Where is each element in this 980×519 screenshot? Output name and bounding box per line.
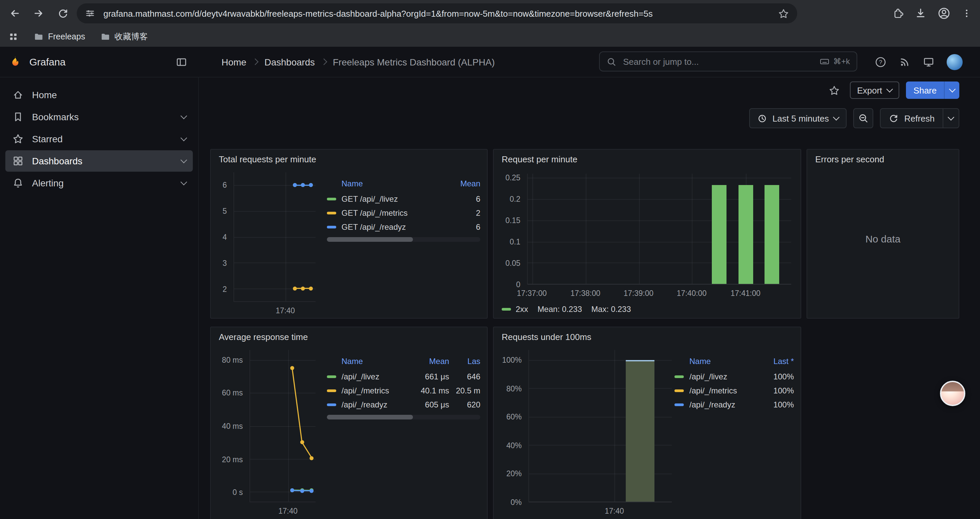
- chart-bar[interactable]: [765, 185, 779, 284]
- plot-area[interactable]: [250, 350, 316, 502]
- legend: NameLast */api/_/livez100%/api/_/metrics…: [675, 355, 794, 412]
- dock-panel-icon: [175, 56, 188, 68]
- y-axis-label: 4: [223, 233, 227, 241]
- chevron-down-icon[interactable]: [180, 179, 187, 185]
- chevron-down-icon[interactable]: [180, 156, 187, 163]
- share-menu-caret[interactable]: [944, 81, 959, 99]
- data-point[interactable]: [293, 184, 296, 187]
- data-point[interactable]: [301, 286, 305, 290]
- browser-menu-icon[interactable]: [961, 8, 972, 19]
- breadcrumb-dashboards[interactable]: Dashboards: [264, 56, 315, 67]
- scrollbar-thumb[interactable]: [327, 237, 413, 242]
- browser-profile-icon[interactable]: [937, 7, 951, 20]
- legend-column-header[interactable]: Las: [449, 355, 480, 369]
- series-name[interactable]: GET /api/_/metrics: [342, 208, 407, 217]
- legend-scrollbar[interactable]: [327, 415, 480, 420]
- bookmark-item[interactable]: 收藏博客: [94, 29, 153, 45]
- chart-bar[interactable]: [712, 185, 726, 284]
- user-avatar[interactable]: [947, 54, 963, 70]
- panel-title-bar[interactable]: Errors per second: [807, 150, 959, 168]
- time-range-picker[interactable]: Last 5 minutes: [749, 108, 847, 128]
- share-button-label[interactable]: Share: [906, 81, 944, 99]
- bookmark-label: Freeleaps: [48, 32, 85, 42]
- chevron-right-icon: [252, 58, 259, 65]
- scrollbar-thumb[interactable]: [327, 415, 413, 420]
- bookmark-star-icon[interactable]: [778, 8, 789, 19]
- series-name[interactable]: /api/_/readyz: [689, 400, 735, 409]
- data-point[interactable]: [300, 489, 304, 493]
- export-button[interactable]: Export: [850, 81, 899, 99]
- chart-bar[interactable]: [738, 185, 753, 284]
- grafana-logo[interactable]: [8, 54, 23, 69]
- data-point[interactable]: [310, 489, 314, 493]
- legend-column-header[interactable]: Last *: [767, 355, 794, 369]
- legend-scrollbar[interactable]: [327, 237, 480, 242]
- data-point[interactable]: [290, 489, 294, 493]
- forward-button[interactable]: [29, 4, 48, 23]
- legend-column-header[interactable]: Mean: [414, 355, 449, 369]
- zoom-out-button[interactable]: [854, 108, 873, 128]
- y-axis-label: 100%: [502, 356, 522, 364]
- back-button[interactable]: [5, 4, 24, 23]
- apps-grid-icon[interactable]: [8, 31, 19, 42]
- sidebar-item-dashboards[interactable]: Dashboards: [5, 150, 193, 172]
- favorite-star-button[interactable]: [826, 81, 843, 99]
- series-name[interactable]: /api/_/readyz: [342, 400, 387, 409]
- mega-menu-toggle[interactable]: [172, 53, 191, 72]
- sidebar-item-alerting[interactable]: Alerting: [5, 172, 193, 194]
- grafana-brand[interactable]: Grafana: [29, 56, 65, 67]
- help-icon[interactable]: ?: [875, 56, 886, 68]
- panel-title-bar[interactable]: Average response time: [211, 327, 487, 346]
- data-point[interactable]: [309, 286, 313, 290]
- reload-button[interactable]: [53, 4, 72, 23]
- legend-series[interactable]: 2xx: [502, 305, 528, 314]
- series-name[interactable]: /api/_/metrics: [342, 386, 389, 395]
- plot-area[interactable]: [234, 172, 316, 302]
- line-series: [234, 172, 316, 301]
- rss-icon[interactable]: [899, 56, 911, 68]
- series-name[interactable]: /api/_/livez: [342, 372, 379, 381]
- chevron-down-icon[interactable]: [180, 134, 187, 141]
- series-name[interactable]: GET /api/_/readyz: [342, 222, 406, 232]
- share-button[interactable]: Share: [906, 81, 959, 99]
- sidebar-item-bookmarks[interactable]: Bookmarks: [5, 106, 193, 128]
- legend-column-header[interactable]: Name: [327, 178, 453, 192]
- refresh-button[interactable]: Refresh: [881, 109, 943, 128]
- data-point[interactable]: [309, 184, 313, 187]
- sidebar-item-home[interactable]: Home: [5, 84, 193, 105]
- plot-area[interactable]: [528, 350, 672, 502]
- refresh-interval-caret[interactable]: [943, 109, 959, 128]
- data-point[interactable]: [300, 440, 304, 444]
- plot-area[interactable]: [527, 174, 791, 284]
- downloads-icon[interactable]: [915, 7, 927, 19]
- data-point[interactable]: [293, 286, 296, 290]
- breadcrumb-home[interactable]: Home: [221, 56, 247, 67]
- series-name[interactable]: /api/_/metrics: [689, 386, 737, 395]
- series-name[interactable]: GET /api/_/livez: [342, 194, 398, 203]
- monitor-icon[interactable]: [923, 56, 935, 68]
- legend-column-header[interactable]: Name: [327, 355, 414, 369]
- data-point[interactable]: [301, 184, 305, 187]
- sidebar-item-label: Dashboards: [32, 156, 83, 166]
- search-box[interactable]: ⌘+k: [599, 51, 857, 72]
- extensions-icon[interactable]: [892, 7, 904, 19]
- legend-row: /api/_/metrics100%: [675, 383, 794, 398]
- site-settings-icon[interactable]: [85, 8, 95, 19]
- floating-assistant-avatar[interactable]: [940, 381, 965, 406]
- y-axis-label: 60%: [506, 413, 522, 421]
- legend-column-header[interactable]: Mean: [453, 178, 480, 192]
- chart-bar[interactable]: [626, 360, 655, 501]
- legend-column-header[interactable]: Name: [675, 355, 767, 369]
- panel-title-bar[interactable]: Request per minute: [494, 150, 800, 168]
- panel-title-bar[interactable]: Requests under 100ms: [494, 327, 800, 346]
- address-bar[interactable]: [77, 3, 797, 23]
- series-name[interactable]: /api/_/livez: [689, 372, 727, 381]
- data-point[interactable]: [310, 456, 314, 460]
- chevron-down-icon[interactable]: [180, 113, 187, 119]
- panel-title-bar[interactable]: Total requests per minute: [211, 150, 487, 168]
- data-point[interactable]: [290, 366, 294, 370]
- url-input[interactable]: [102, 8, 778, 19]
- sidebar-item-starred[interactable]: Starred: [5, 128, 193, 150]
- bookmark-item[interactable]: Freeleaps: [28, 29, 91, 44]
- search-input[interactable]: [622, 56, 814, 67]
